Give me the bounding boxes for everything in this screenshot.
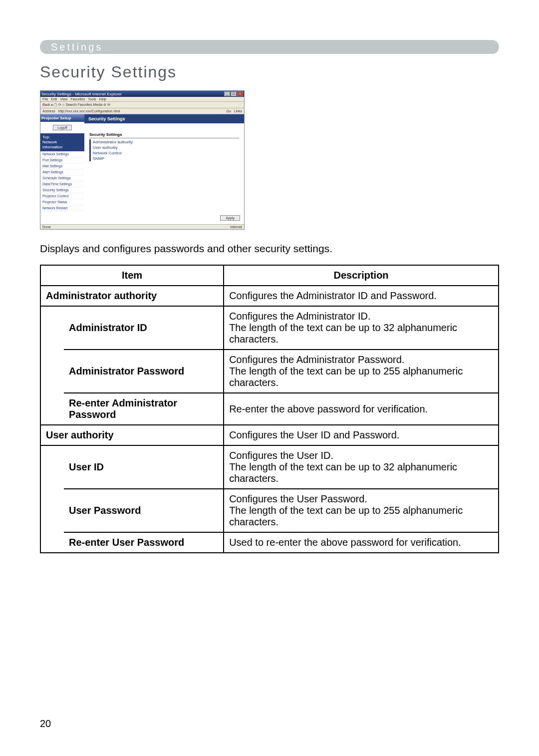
content-row[interactable]: Network Control — [93, 150, 121, 156]
row-desc: Configures the Administrator ID and Pass… — [224, 286, 499, 306]
ie-menubar: File Edit View Favorites Tools Help — [40, 97, 244, 102]
row-item: User ID — [64, 445, 224, 489]
sidebar-item[interactable]: Network Settings — [40, 151, 84, 157]
content-row[interactable]: SNMP — [93, 156, 104, 161]
menu-favorites[interactable]: Favorites — [70, 97, 85, 101]
apply-button[interactable]: Apply — [220, 215, 240, 221]
indent-cell — [40, 306, 64, 425]
page-number: 20 — [40, 718, 499, 730]
content-table-title: Security Settings — [89, 132, 239, 138]
ie-toolbar[interactable]: Back ▸ ▢ ⟳ ⌂ Search Favorites Media ⊘ ✉ — [40, 102, 244, 108]
menu-help[interactable]: Help — [99, 97, 106, 101]
menu-view[interactable]: View — [60, 97, 67, 101]
address-value[interactable]: http://xxx.xxx.xxx.xxx/Configuration.htm… — [58, 109, 120, 113]
sidebar-item[interactable]: Network Restart — [40, 205, 84, 211]
embedded-screenshot: Security Settings - Microsoft Internet E… — [40, 90, 245, 230]
row-item: User authority — [40, 425, 224, 445]
indent-cell — [40, 445, 64, 553]
ie-titlebar: Security Settings - Microsoft Internet E… — [40, 91, 244, 97]
maximize-icon[interactable]: □ — [231, 91, 237, 96]
row-item: Administrator authority — [40, 286, 224, 306]
row-desc: Re-enter the above password for verifica… — [224, 393, 499, 425]
menu-tools[interactable]: Tools — [88, 97, 96, 101]
status-left: Done — [42, 225, 51, 229]
sidebar-item[interactable]: Date/Time Settings — [40, 181, 84, 187]
sidebar-item[interactable]: Mail Settings — [40, 163, 84, 169]
sidebar-item[interactable]: Projector Status — [40, 199, 84, 205]
row-item: Re-enter Administrator Password — [64, 393, 224, 425]
sidebar-heading-line: Top: — [42, 135, 82, 140]
sidebar-item[interactable]: Port Settings — [40, 157, 84, 163]
row-desc: Configures the User ID and Password. — [224, 425, 499, 445]
menu-file[interactable]: File — [42, 97, 48, 101]
ie-address-bar: Address http://xxx.xxx.xxx.xxx/Configura… — [40, 108, 244, 114]
row-item: Administrator ID — [64, 306, 224, 350]
links-label[interactable]: Links — [234, 109, 242, 113]
content-title: Security Settings — [84, 114, 244, 123]
ie-statusbar: Done Internet — [40, 224, 244, 229]
sidebar-heading-line: Network — [42, 140, 82, 145]
settings-table: Item Description Administrator authority… — [40, 265, 499, 553]
th-description: Description — [224, 265, 499, 286]
page-title: Security Settings — [40, 63, 499, 81]
sidebar-heading-line: Information — [42, 145, 82, 150]
th-item: Item — [40, 265, 224, 286]
row-item: User Password — [64, 489, 224, 532]
logoff-button[interactable]: Logoff — [53, 125, 71, 130]
close-icon[interactable]: × — [237, 91, 243, 96]
row-desc: Configures the User ID.The length of the… — [224, 445, 499, 489]
row-item: Administrator Password — [64, 350, 224, 393]
row-desc: Configures the Administrator ID.The leng… — [224, 306, 499, 350]
sidebar-item[interactable]: Schedule Settings — [40, 175, 84, 181]
sidebar-item[interactable]: Alert Settings — [40, 169, 84, 175]
row-desc: Used to re-enter the above password for … — [224, 532, 499, 553]
row-item: Re-enter User Password — [64, 532, 224, 553]
sidebar-item[interactable]: Security Settings — [40, 187, 84, 193]
address-label: Address — [42, 109, 55, 113]
section-header-bar: Settings — [40, 40, 499, 54]
go-button[interactable]: Go — [226, 109, 231, 113]
content-row[interactable]: Administrator authority — [93, 139, 133, 145]
row-desc: Configures the Administrator Password.Th… — [224, 350, 499, 393]
ie-window-title: Security Settings - Microsoft Internet E… — [41, 92, 122, 96]
menu-edit[interactable]: Edit — [51, 97, 57, 101]
section-header-text: Settings — [51, 41, 103, 53]
content-row[interactable]: User authority — [93, 145, 118, 150]
row-desc: Configures the User Password.The length … — [224, 489, 499, 532]
minimize-icon[interactable]: _ — [224, 91, 230, 96]
status-right: Internet — [230, 225, 242, 229]
sidebar-item[interactable]: Projector Control — [40, 193, 84, 199]
intro-text: Displays and configures passwords and ot… — [40, 243, 499, 255]
sidebar-brand: Projector Setup — [40, 114, 84, 122]
sidebar-heading: Top: Network Information — [40, 133, 84, 151]
